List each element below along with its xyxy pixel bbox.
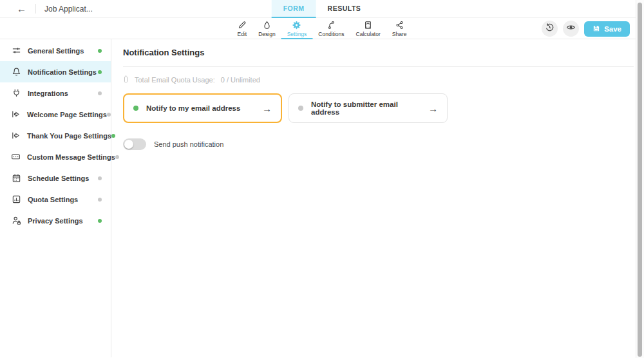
arrow-right-icon: →	[262, 103, 272, 114]
sidebar-item-quota-settings[interactable]: Quota Settings	[0, 189, 111, 210]
message-box-icon	[11, 152, 21, 162]
sidebar-item-welcome-page-settings[interactable]: Welcome Page Settings	[0, 104, 111, 125]
toggle-knob	[124, 140, 133, 149]
back-arrow-icon[interactable]: ←	[17, 4, 26, 14]
sidebar-item-thank-you-page-settings[interactable]: Thank You Page Settings	[0, 125, 111, 146]
battery-icon	[123, 75, 129, 85]
preview-button[interactable]	[563, 21, 579, 37]
tool-label: Settings	[287, 31, 307, 37]
status-dot	[98, 219, 102, 223]
quota-usage-row: Total Email Quota Usage: 0 / Unlimited	[123, 75, 634, 85]
pencil-icon	[238, 21, 247, 30]
card-label: Notify to submitter email address	[311, 100, 421, 116]
gear-icon	[292, 21, 301, 30]
push-notification-toggle[interactable]	[123, 138, 146, 150]
calculator-icon	[364, 21, 373, 30]
tool-edit[interactable]: Edit	[232, 18, 253, 39]
header-divider	[35, 4, 36, 14]
plug-icon	[11, 88, 21, 98]
tool-label: Share	[392, 31, 407, 37]
title-divider	[123, 66, 634, 67]
sidebar-item-schedule-settings[interactable]: Schedule Settings	[0, 167, 111, 189]
notify-my-email-card[interactable]: Notify to my email address →	[123, 93, 282, 123]
sidebar-item-label: Notification Settings	[28, 68, 98, 76]
tab-form[interactable]: FORM	[272, 0, 316, 18]
calendar-icon	[11, 173, 21, 183]
status-dot	[98, 49, 102, 53]
history-icon	[545, 23, 554, 35]
tool-calculator[interactable]: Calculator	[350, 18, 386, 39]
page-title: Notification Settings	[123, 46, 634, 60]
sidebar-item-label: Schedule Settings	[28, 174, 98, 182]
top-header: ← Job Applicat... FORM RESULTS	[0, 0, 644, 18]
sidebar-item-privacy-settings[interactable]: Privacy Settings	[0, 210, 111, 231]
status-dot	[298, 106, 303, 111]
user-lock-icon	[11, 216, 21, 225]
push-notification-row: Send push notification	[123, 138, 634, 150]
sidebar-item-label: General Settings	[28, 47, 98, 55]
toolbar: Edit Design Settings Conditions Calculat…	[0, 18, 644, 39]
push-notification-label: Send push notification	[154, 140, 223, 148]
tool-label: Calculator	[356, 31, 381, 37]
sidebar-item-label: Welcome Page Settings	[27, 111, 107, 118]
sidebar-item-notification-settings[interactable]: Notification Settings	[0, 61, 111, 82]
header-tabs: FORM RESULTS	[272, 0, 373, 18]
bar-chart-icon	[11, 194, 21, 204]
body: General Settings Notification Settings I…	[0, 39, 644, 357]
status-dot	[98, 198, 102, 202]
branch-icon	[327, 21, 336, 30]
tab-results[interactable]: RESULTS	[316, 0, 373, 18]
toolbar-center: Edit Design Settings Conditions Calculat…	[232, 18, 413, 39]
sidebar-item-label: Thank You Page Settings	[27, 132, 111, 140]
floppy-icon	[592, 24, 600, 33]
quota-usage-value: 0 / Unlimited	[221, 76, 260, 84]
tool-label: Conditions	[318, 31, 344, 37]
sidebar-item-label: Custom Message Settings	[27, 153, 115, 161]
history-button[interactable]	[542, 21, 558, 37]
arrow-flag-icon	[11, 109, 21, 119]
share-nodes-icon	[395, 21, 404, 30]
tool-share[interactable]: Share	[386, 18, 413, 39]
tool-settings[interactable]: Settings	[281, 18, 313, 39]
quota-usage-label: Total Email Quota Usage:	[135, 76, 215, 84]
tool-label: Design	[258, 31, 275, 37]
sidebar-item-general-settings[interactable]: General Settings	[0, 40, 111, 61]
tool-design[interactable]: Design	[252, 18, 281, 39]
main-panel: Notification Settings Total Email Quota …	[111, 39, 644, 357]
sidebar-item-custom-message-settings[interactable]: Custom Message Settings	[0, 146, 111, 167]
sliders-icon	[11, 46, 21, 55]
card-label: Notify to my email address	[146, 104, 254, 112]
sidebar-item-integrations[interactable]: Integrations	[0, 82, 111, 104]
vertical-scrollbar	[636, 0, 644, 358]
sidebar-item-label: Integrations	[28, 90, 98, 97]
scrollbar-thumb[interactable]	[638, 3, 642, 357]
settings-sidebar: General Settings Notification Settings I…	[0, 39, 111, 357]
notify-submitter-email-card[interactable]: Notify to submitter email address →	[289, 93, 448, 123]
droplet-icon	[262, 21, 271, 30]
tool-conditions[interactable]: Conditions	[312, 18, 350, 39]
form-title[interactable]: Job Applicat...	[44, 5, 93, 14]
arrow-right-icon: →	[428, 103, 438, 114]
status-dot	[107, 113, 111, 117]
status-dot	[98, 91, 102, 95]
arrow-flag-icon	[11, 131, 21, 140]
sidebar-item-label: Quota Settings	[28, 196, 98, 203]
notification-cards: Notify to my email address → Notify to s…	[123, 93, 634, 123]
bell-icon	[11, 67, 21, 77]
status-dot	[98, 70, 102, 74]
toolbar-right: Save	[542, 18, 630, 39]
save-label: Save	[604, 25, 621, 33]
sidebar-item-label: Privacy Settings	[28, 217, 98, 225]
tool-label: Edit	[238, 31, 247, 37]
status-dot	[133, 106, 138, 111]
eye-icon	[566, 23, 576, 35]
status-dot	[98, 176, 102, 180]
save-button[interactable]: Save	[584, 21, 630, 37]
